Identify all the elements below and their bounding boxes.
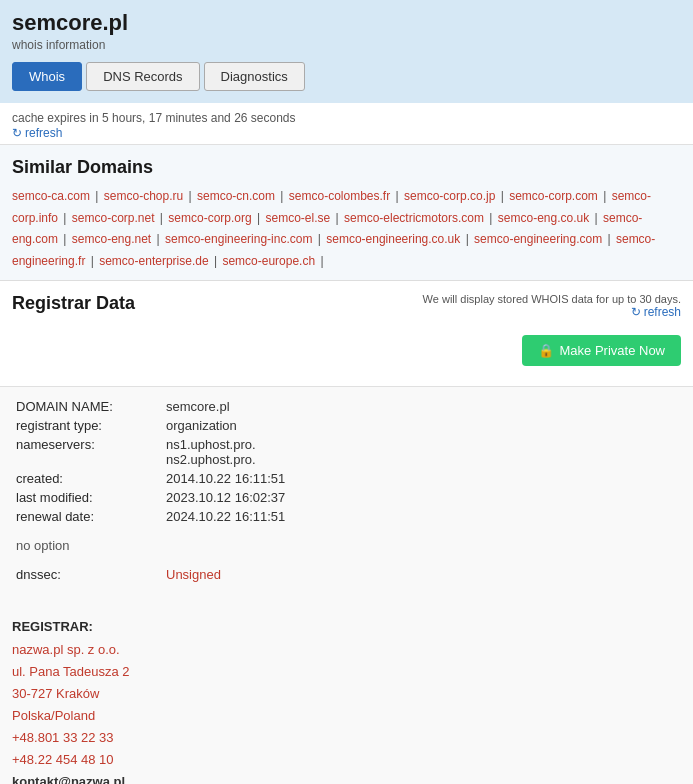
registrar-info-block: REGISTRAR: nazwa.pl sp. z o.o. ul. Pana …	[12, 594, 681, 784]
registrar-note: We will display stored WHOIS data for up…	[423, 293, 681, 319]
spacer-row-2	[12, 555, 681, 565]
ns1: ns1.uphost.pro.	[166, 437, 256, 452]
similar-link[interactable]: semco-eng.net	[72, 232, 151, 246]
domain-name-val: semcore.pl	[162, 397, 681, 416]
cache-refresh-label: refresh	[25, 126, 62, 140]
make-private-button[interactable]: 🔒 Make Private Now	[522, 335, 681, 366]
registrar-email: kontakt@nazwa.pl	[12, 774, 125, 784]
similar-link[interactable]: semco-corp.org	[168, 211, 251, 225]
renewal-val: 2024.10.22 16:11:51	[162, 507, 681, 526]
registrar-note-text: We will display stored WHOIS data for up…	[423, 293, 681, 305]
dnssec-key: dnssec:	[12, 565, 162, 584]
tab-diagnostics[interactable]: Diagnostics	[204, 62, 305, 91]
registrar-refresh-link[interactable]: ↻ refresh	[631, 305, 681, 319]
whois-row-modified: last modified: 2023.10.12 16:02:37	[12, 488, 681, 507]
domain-name-key: DOMAIN NAME:	[12, 397, 162, 416]
similar-link[interactable]: semco-corp.co.jp	[404, 189, 495, 203]
registrant-type-key: registrant type:	[12, 416, 162, 435]
sep: |	[92, 189, 102, 203]
whois-subtitle: whois information	[12, 38, 681, 52]
similar-links-container: semco-ca.com | semco-chop.ru | semco-cn.…	[12, 186, 681, 272]
nameserver1-val: ns1.uphost.pro. ns2.uphost.pro.	[162, 435, 681, 469]
similar-link[interactable]: semco-cn.com	[197, 189, 275, 203]
similar-link[interactable]: semco-corp.net	[72, 211, 155, 225]
registrar-section: Registrar Data We will display stored WH…	[0, 281, 693, 386]
similar-link[interactable]: semco-ca.com	[12, 189, 90, 203]
registrar-phone1-link[interactable]: +48.801 33 22 33	[12, 730, 114, 745]
whois-row-registrant: registrant type: organization	[12, 416, 681, 435]
registrar-header: Registrar Data We will display stored WH…	[12, 293, 681, 319]
cache-text: cache expires in 5 hours, 17 minutes and…	[12, 111, 681, 125]
registrar-addr3-link[interactable]: Polska/Poland	[12, 708, 95, 723]
similar-link[interactable]: semco-europe.ch	[222, 254, 315, 268]
registrar-title: Registrar Data	[12, 293, 135, 314]
similar-link[interactable]: semco-eng.co.uk	[498, 211, 589, 225]
make-private-label: Make Private Now	[560, 343, 665, 358]
similar-link[interactable]: semco-engineering-inc.com	[165, 232, 312, 246]
site-title: semcore.pl	[12, 10, 681, 36]
registrar-refresh-icon: ↻	[631, 305, 641, 319]
cache-refresh-link[interactable]: ↻ refresh	[12, 126, 62, 140]
similar-domains-section: Similar Domains semco-ca.com | semco-cho…	[0, 145, 693, 281]
similar-link[interactable]: semco-engineering.com	[474, 232, 602, 246]
whois-row-domain: DOMAIN NAME: semcore.pl	[12, 397, 681, 416]
registrar-addr2-link[interactable]: 30-727 Kraków	[12, 686, 99, 701]
created-key: created:	[12, 469, 162, 488]
similar-link[interactable]: semco-enterprise.de	[99, 254, 208, 268]
created-val: 2014.10.22 16:11:51	[162, 469, 681, 488]
similar-domains-title: Similar Domains	[12, 157, 681, 178]
tab-dns-records[interactable]: DNS Records	[86, 62, 199, 91]
ns2: ns2.uphost.pro.	[166, 452, 256, 467]
registrar-key-label: REGISTRAR:	[12, 619, 93, 634]
whois-row-nooption: no option	[12, 536, 681, 555]
tab-bar: Whois DNS Records Diagnostics	[12, 62, 681, 91]
cache-bar: cache expires in 5 hours, 17 minutes and…	[0, 103, 693, 145]
no-option-text: no option	[12, 536, 681, 555]
lock-icon: 🔒	[538, 343, 554, 358]
similar-link[interactable]: semco-engineering.co.uk	[326, 232, 460, 246]
whois-data-section: DOMAIN NAME: semcore.pl registrant type:…	[0, 386, 693, 784]
similar-link[interactable]: semco-electricmotors.com	[344, 211, 484, 225]
refresh-icon: ↻	[12, 126, 22, 140]
whois-table: DOMAIN NAME: semcore.pl registrant type:…	[12, 397, 681, 584]
tab-whois[interactable]: Whois	[12, 62, 82, 91]
registrar-addr1-link[interactable]: ul. Pana Tadeusza 2	[12, 664, 130, 679]
spacer-row-1	[12, 526, 681, 536]
whois-row-renewal: renewal date: 2024.10.22 16:11:51	[12, 507, 681, 526]
dnssec-val: Unsigned	[162, 565, 681, 584]
whois-row-dnssec: dnssec: Unsigned	[12, 565, 681, 584]
registrar-name-link[interactable]: nazwa.pl sp. z o.o.	[12, 642, 120, 657]
whois-row-ns: nameservers: ns1.uphost.pro. ns2.uphost.…	[12, 435, 681, 469]
last-modified-val: 2023.10.12 16:02:37	[162, 488, 681, 507]
similar-link[interactable]: semco-el.se	[266, 211, 331, 225]
whois-row-created: created: 2014.10.22 16:11:51	[12, 469, 681, 488]
registrar-refresh-label: refresh	[644, 305, 681, 319]
renewal-key: renewal date:	[12, 507, 162, 526]
nameservers-key: nameservers:	[12, 435, 162, 469]
private-btn-row: 🔒 Make Private Now	[12, 329, 681, 378]
header-area: semcore.pl whois information Whois DNS R…	[0, 0, 693, 103]
last-modified-key: last modified:	[12, 488, 162, 507]
similar-link[interactable]: semco-corp.com	[509, 189, 598, 203]
similar-link[interactable]: semco-chop.ru	[104, 189, 183, 203]
registrar-phone2-link[interactable]: +48.22 454 48 10	[12, 752, 114, 767]
similar-link[interactable]: semco-colombes.fr	[289, 189, 390, 203]
registrant-type-val: organization	[162, 416, 681, 435]
